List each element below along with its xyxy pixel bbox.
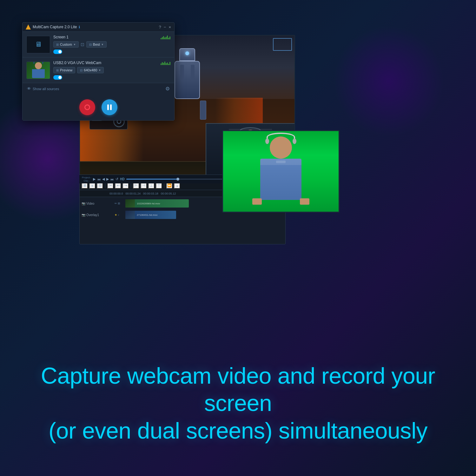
source-name-screen: Screen 1: [53, 35, 170, 39]
record-controls: [23, 94, 174, 120]
main-container: MultiCam Capture 2.0 Lite ℹ ? − × 🖥 Scre…: [16, 16, 460, 460]
quality-value: Best: [93, 43, 100, 46]
multicam-window: MultiCam Capture 2.0 Lite ℹ ? − × 🖥 Scre…: [22, 22, 175, 121]
toolbar-sep3: [164, 183, 164, 188]
clip-label: Clip--: [84, 179, 90, 182]
robot-body: [175, 61, 200, 99]
titlebar-right: ? − ×: [159, 25, 171, 30]
help-icon[interactable]: ?: [159, 25, 161, 30]
audio-icon-overlay: ♪: [118, 213, 119, 216]
crop-icon[interactable]: ⊡: [81, 42, 84, 47]
headline-line1: Capture webcam video and record your scr…: [16, 362, 460, 417]
headset-arc: [267, 133, 295, 142]
close-icon[interactable]: ×: [169, 25, 171, 30]
clip-name-overlay1: 271364S1-hd.mov: [137, 214, 157, 216]
source-controls-screen: ⊞ Custom ▼ ⊡ ⊟ Best ▼: [53, 41, 170, 48]
chevron-down-icon: ▼: [73, 43, 76, 46]
show-sources-row: 👁 Show all sources ⚙: [23, 83, 174, 94]
audio-bar: [169, 62, 170, 65]
green-screen-bg: [223, 131, 339, 212]
source-name-webcam: USB2.0 VGA UVC WebCam: [53, 61, 170, 65]
pause-button[interactable]: [102, 99, 117, 115]
audio-bar: [163, 36, 164, 39]
webcam-hand-left: [252, 198, 262, 205]
pause-bar-right: [110, 104, 112, 110]
audio-bar: [161, 63, 162, 65]
titlebar-left: MultiCam Capture 2.0 Lite ℹ: [26, 24, 80, 30]
skip-back-icon[interactable]: ⏮: [97, 177, 101, 181]
show-sources-btn[interactable]: 👁 Show all sources: [27, 86, 59, 91]
shirt-logo: [276, 161, 286, 163]
audio-bar: [163, 63, 164, 65]
resolution-dropdown-webcam[interactable]: ⊟ 640x480 ▼: [77, 67, 104, 73]
lock-icon-video: ⊞: [118, 202, 120, 205]
settings-icon[interactable]: ⚙: [165, 86, 170, 92]
audio-level-bars-webcam: [161, 61, 170, 65]
audio-bar: [168, 64, 169, 65]
play-icon[interactable]: ▶: [93, 177, 96, 181]
overlay-clip[interactable]: 271364S1-hd.mov: [125, 211, 176, 219]
quality-dropdown-screen[interactable]: ⊟ Best ▼: [86, 41, 107, 48]
audio-bar: [162, 37, 163, 39]
clip-thumb: [125, 199, 135, 208]
webcam-person-head: [270, 136, 292, 159]
star-icon-overlay: ★: [115, 213, 117, 216]
resolution-dropdown-screen[interactable]: ⊞ Custom ▼: [53, 41, 79, 48]
playback-handle: [176, 178, 179, 181]
webcam-preview: [27, 62, 50, 79]
audio-bar: [161, 38, 162, 39]
webcam-person-hands: [249, 198, 313, 205]
source-row-webcam: USB2.0 VGA UVC WebCam ⊞: [23, 57, 174, 83]
audio-bar: [164, 62, 165, 65]
audio-bar: [164, 37, 165, 39]
screen-label: Screen 1: [53, 35, 69, 39]
video-clip[interactable]: 1022828989-hd.mov: [125, 199, 189, 208]
record-button[interactable]: [79, 99, 95, 115]
frame-back-icon[interactable]: ◀: [102, 177, 105, 181]
minimize-icon[interactable]: −: [164, 25, 166, 30]
webcam-thumbnail: [26, 62, 50, 79]
resolution-value-webcam: 640x480: [84, 68, 97, 72]
toolbar-sep2: [131, 183, 131, 188]
source-toggle-screen[interactable]: [53, 50, 62, 54]
audio-level-bars: [161, 35, 170, 39]
project-label: Project--: [82, 176, 91, 179]
headset-right-cup-large: [293, 138, 296, 144]
webcam-large-preview: [222, 130, 340, 213]
frame-fwd-icon[interactable]: ▶: [106, 177, 109, 181]
monitor-icon: 🖥: [35, 40, 42, 49]
camera-icon-overlay1: 📷: [82, 213, 85, 217]
resolution-value: Custom: [60, 43, 72, 46]
bottom-text-area: Capture webcam video and record your scr…: [16, 362, 460, 444]
webcam-person-figure: [249, 136, 313, 206]
source-toggle-webcam[interactable]: [53, 75, 62, 80]
mode-dropdown-webcam[interactable]: ⊞ Preview: [53, 67, 75, 73]
loop-icon[interactable]: ↺: [116, 177, 118, 181]
toolbar-sep: [105, 183, 105, 188]
screen-indicator-corner: [273, 38, 292, 51]
source-info-webcam: USB2.0 VGA UVC WebCam ⊞: [53, 61, 170, 80]
time-01: 00:00:01.24: [126, 192, 141, 195]
edit-icon-video: ✏: [115, 202, 117, 205]
webcam-label: USB2.0 VGA UVC WebCam: [53, 61, 101, 65]
time-00: 00:00:00.0: [109, 192, 123, 195]
eye-icon: 👁: [27, 86, 31, 91]
source-info-screen: Screen 1 ⊞ Custom: [53, 35, 170, 54]
window-titlebar: MultiCam Capture 2.0 Lite ℹ ? − ×: [23, 23, 174, 32]
record-inner-icon: [84, 104, 90, 110]
shirt-collar: [260, 159, 301, 165]
chevron-down-icon: ▼: [101, 43, 104, 46]
pause-bar-left: [107, 104, 109, 110]
time-05: 00:00:05.12: [161, 192, 176, 195]
audio-bar: [166, 37, 167, 39]
skip-fwd-icon[interactable]: ⏭: [110, 177, 114, 181]
audio-bar: [167, 36, 168, 39]
update-icon[interactable]: ℹ: [79, 25, 80, 29]
audio-bar: [162, 62, 163, 65]
time-03: 00:00:03.18: [143, 192, 158, 195]
webcam-person-body: [260, 159, 301, 200]
source-controls-webcam: ⊞ Preview ⊟ 640x480 ▼: [53, 67, 170, 73]
webcam-hand-right: [300, 198, 309, 205]
source-row-screen: 🖥 Screen 1: [23, 32, 174, 57]
robot-head: [179, 48, 195, 61]
